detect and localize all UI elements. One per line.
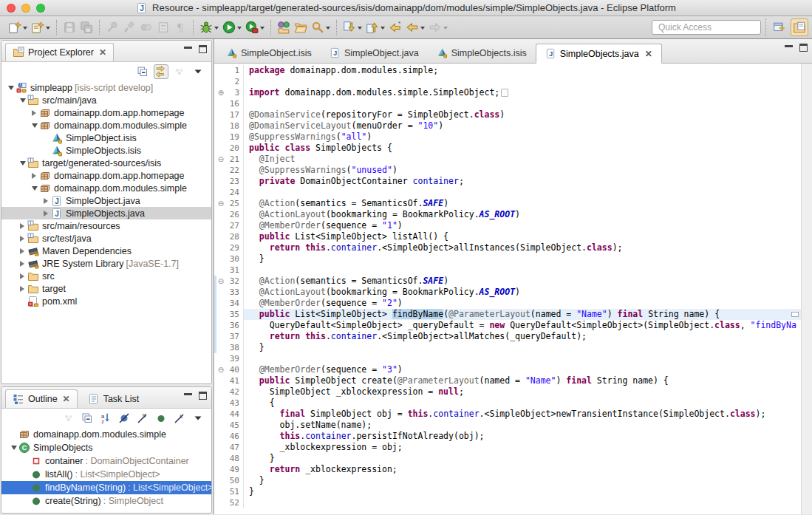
tree-item-src-main-resources[interactable]: src/main/resources [1,219,211,232]
open-perspective-button[interactable] [771,18,788,36]
code-line-45[interactable]: 45 obj.setName(name); [214,420,801,431]
run-button[interactable] [221,19,243,35]
dropdown-arrow-icon[interactable] [260,27,265,32]
editor-tab-simpleobject-isis[interactable]: SimpleObject.isis [217,43,321,63]
tree-item-src-main-java[interactable]: src/main/java [1,94,211,106]
tab-project-explorer[interactable]: Project Explorer ✕ [5,43,114,61]
code-line-39[interactable]: 39 [214,353,801,364]
tree-item-src-test-java[interactable]: src/test/java [1,232,211,245]
code-line-16[interactable]: 16 [214,98,801,109]
dropdown-arrow-icon[interactable] [358,27,362,32]
minimize-view-button[interactable] [184,393,192,400]
chevron-down-icon[interactable] [9,443,18,453]
collapsed-region-icon[interactable] [501,89,508,97]
chevron-down-icon[interactable] [6,83,16,93]
code-line-46[interactable]: 46 this.container.persistIfNotAlready(ob… [214,431,801,442]
code-line-38[interactable]: 38 } [214,342,801,353]
chevron-right-icon[interactable] [18,248,27,254]
tree-item-simpleobjects-java[interactable]: JSimpleObjects.java [1,207,211,219]
dropdown-arrow-icon[interactable] [237,27,242,32]
chevron-down-icon[interactable] [30,120,39,131]
tree-item-target[interactable]: target [1,282,211,295]
code-line-3[interactable]: ⊕3import domainapp.dom.modules.simple.Si… [214,87,801,98]
code-editor[interactable]: 1package domainapp.dom.modules.simple;2⊕… [214,64,801,514]
code-line-26[interactable]: 26 @ActionLayout(bookmarking = BookmarkP… [214,209,801,220]
chevron-right-icon[interactable] [30,110,39,116]
tree-item-domainapp-dom-app-homepage[interactable]: domainapp.dom.app.homepage [1,169,211,182]
last-edit-location-button[interactable]: * [387,19,403,35]
code-line-49[interactable]: 49 return _xblockexpression; [214,464,801,475]
tree-item-simpleobject-java[interactable]: JSimpleObject.java [1,194,211,207]
code-line-29[interactable]: 29 return this.container.<SimpleObject>a… [214,242,801,253]
code-line-30[interactable]: 30 } [214,253,801,265]
hide-non-public-button[interactable] [154,411,168,426]
code-line-17[interactable]: 17@DomainService(repositoryFor = SimpleO… [214,109,801,120]
tree-item-maven-dependencies[interactable]: Maven Dependencies [1,245,211,257]
new-menu-button[interactable] [30,19,52,35]
code-line-51[interactable]: 51} [214,486,801,497]
code-line-34[interactable]: 34 @MemberOrder(sequence = "2") [214,298,801,309]
close-window-button[interactable] [7,4,16,13]
code-line-36[interactable]: 36 QueryDefault<SimpleObject> _queryDefa… [214,320,801,331]
dropdown-arrow-icon[interactable] [443,27,448,32]
chevron-right-icon[interactable] [41,198,51,204]
tree-item-create-string[interactable]: create(String) : SimpleObject [1,494,211,508]
fold-toggle-icon[interactable]: ⊖ [216,276,225,287]
editor-tab-simpleobjects-isis[interactable]: SimpleObjects.isis [428,43,536,63]
dropdown-arrow-icon[interactable] [46,27,50,32]
chevron-down-icon[interactable] [30,183,39,194]
tree-item-domainapp-dom-modules-simple[interactable]: domainapp.dom.modules.simple [1,428,211,441]
code-line-42[interactable]: 42 SimpleObject _xblockexpression = null… [214,386,801,398]
code-line-18[interactable]: 18@DomainServiceLayout(menuOrder = "10") [214,120,801,132]
code-line-47[interactable]: 47 _xblockexpression = obj; [214,442,801,453]
link-editor-button[interactable] [154,64,168,79]
tab-outline[interactable]: Outline✕ [5,389,78,408]
tree-item-findbyname-string[interactable]: findByName(String) : List<SimpleObject> [1,481,211,494]
fold-toggle-icon[interactable]: ⊖ [216,154,225,165]
hide-static-button[interactable]: S [135,411,150,426]
editor-tab-simpleobject-java[interactable]: JSimpleObject.java [321,43,428,63]
tree-item-simpleobjects[interactable]: CSimpleObjects [1,441,211,454]
tree-item-src[interactable]: src [1,270,211,282]
close-icon[interactable]: ✕ [645,49,652,59]
dropdown-arrow-icon[interactable] [326,27,330,32]
previous-annotation-button[interactable] [364,19,386,35]
dropdown-arrow-icon[interactable] [23,27,27,32]
hide-fields-button[interactable] [117,411,132,426]
code-line-52[interactable]: 52 [214,497,801,508]
fold-toggle-icon[interactable]: ⊕ [216,87,225,98]
chevron-right-icon[interactable] [18,236,27,242]
tree-item-domainapp-dom-modules-simple[interactable]: domainapp.dom.modules.simple [1,119,211,132]
code-line-20[interactable]: 20public class SimpleObjects { [214,143,801,154]
open-type-button[interactable] [276,19,292,35]
code-line-33[interactable]: 33 @ActionLayout(bookmarking = BookmarkP… [214,287,801,298]
new-wizard-button[interactable] [7,19,29,35]
tree-item-jre-system-library[interactable]: JRE System Library [JavaSE-1.7] [1,257,211,270]
code-line-50[interactable]: 50 } [214,475,801,486]
tree-item-simpleobject-isis[interactable]: SimpleObject.isis [1,132,211,144]
code-line-32[interactable]: ⊖32 @Action(semantics = SemanticsOf.SAFE… [214,276,801,287]
back-button[interactable] [404,19,426,35]
dropdown-arrow-icon[interactable] [381,27,385,32]
code-line-19[interactable]: 19@SuppressWarnings("all") [214,132,801,143]
code-line-37[interactable]: 37 return this.container.<SimpleObject>a… [214,331,801,342]
tab-task-list[interactable]: Task List [81,389,146,408]
code-line-1[interactable]: 1package domainapp.dom.modules.simple; [214,65,801,76]
view-menu-button[interactable] [191,64,205,79]
code-line-23[interactable]: 23 private DomainObjectContainer contain… [214,176,801,187]
dropdown-arrow-icon[interactable] [214,27,219,32]
tree-item-pom-xml[interactable]: xpom.xml [1,295,211,307]
code-line-24[interactable]: 24 [214,187,801,198]
tree-item-domainapp-dom-app-homepage[interactable]: domainapp.dom.app.homepage [1,106,211,119]
code-line-25[interactable]: ⊖25 @Action(semantics = SemanticsOf.SAFE… [214,198,801,209]
chevron-right-icon[interactable] [18,286,27,292]
code-line-27[interactable]: 27 @MemberOrder(sequence = "1") [214,220,801,231]
overview-ruler[interactable] [801,64,812,514]
code-line-40[interactable]: ⊖40 @MemberOrder(sequence = "3") [214,364,801,375]
chevron-right-icon[interactable] [30,173,39,179]
tree-item-simpleapp[interactable]: Mxsimpleapp [isis-script develop] [1,81,211,94]
chevron-down-icon[interactable] [18,95,27,106]
minimize-editor-button[interactable] [785,45,793,52]
close-icon[interactable]: ✕ [63,394,70,404]
open-resource-button[interactable] [293,19,309,35]
